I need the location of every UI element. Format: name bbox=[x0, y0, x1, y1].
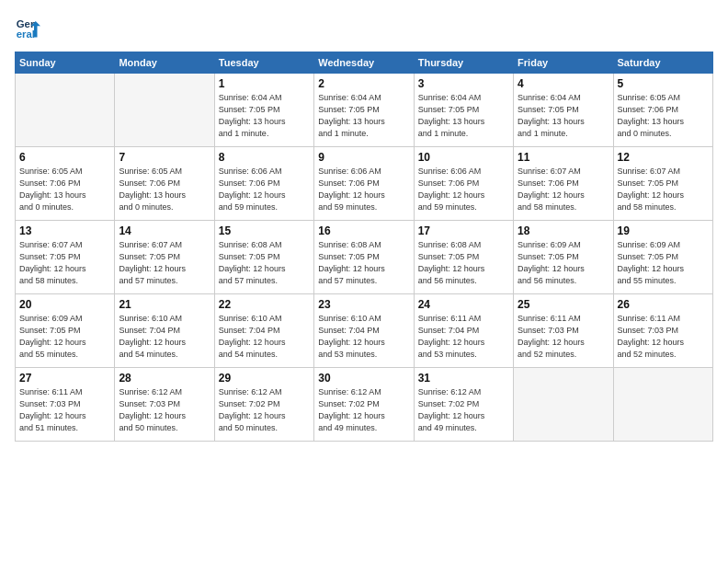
day-number: 4 bbox=[518, 77, 609, 90]
day-info: Sunrise: 6:07 AM Sunset: 7:06 PM Dayligh… bbox=[518, 166, 609, 213]
calendar-cell: 29Sunrise: 6:12 AM Sunset: 7:02 PM Dayli… bbox=[214, 368, 313, 442]
calendar-cell: 7Sunrise: 6:05 AM Sunset: 7:06 PM Daylig… bbox=[115, 147, 214, 221]
day-number: 30 bbox=[318, 372, 409, 385]
day-number: 20 bbox=[19, 298, 110, 311]
day-number: 28 bbox=[119, 372, 210, 385]
calendar-cell: 10Sunrise: 6:06 AM Sunset: 7:06 PM Dayli… bbox=[414, 147, 513, 221]
day-info: Sunrise: 6:05 AM Sunset: 7:06 PM Dayligh… bbox=[618, 92, 709, 140]
calendar-table: SundayMondayTuesdayWednesdayThursdayFrid… bbox=[15, 52, 713, 442]
day-info: Sunrise: 6:11 AM Sunset: 7:03 PM Dayligh… bbox=[19, 386, 110, 434]
column-header-saturday: Saturday bbox=[613, 52, 712, 74]
page-header: Gen eral bbox=[15, 15, 713, 40]
day-info: Sunrise: 6:04 AM Sunset: 7:05 PM Dayligh… bbox=[318, 92, 409, 140]
day-info: Sunrise: 6:05 AM Sunset: 7:06 PM Dayligh… bbox=[19, 166, 110, 213]
day-info: Sunrise: 6:12 AM Sunset: 7:02 PM Dayligh… bbox=[418, 386, 509, 434]
day-info: Sunrise: 6:10 AM Sunset: 7:04 PM Dayligh… bbox=[119, 313, 210, 361]
day-number: 9 bbox=[318, 151, 409, 164]
day-info: Sunrise: 6:09 AM Sunset: 7:05 PM Dayligh… bbox=[618, 239, 709, 287]
day-number: 14 bbox=[119, 224, 210, 237]
day-info: Sunrise: 6:07 AM Sunset: 7:05 PM Dayligh… bbox=[119, 239, 210, 287]
calendar-cell: 19Sunrise: 6:09 AM Sunset: 7:05 PM Dayli… bbox=[613, 221, 712, 294]
day-info: Sunrise: 6:12 AM Sunset: 7:03 PM Dayligh… bbox=[119, 386, 210, 434]
calendar-cell: 6Sunrise: 6:05 AM Sunset: 7:06 PM Daylig… bbox=[16, 147, 115, 221]
calendar-cell bbox=[16, 74, 115, 147]
day-number: 7 bbox=[119, 151, 210, 164]
header-row: SundayMondayTuesdayWednesdayThursdayFrid… bbox=[16, 52, 713, 74]
column-header-thursday: Thursday bbox=[414, 52, 513, 74]
day-number: 19 bbox=[618, 224, 709, 237]
calendar-week-1: 1Sunrise: 6:04 AM Sunset: 7:05 PM Daylig… bbox=[16, 74, 713, 147]
logo-icon: Gen eral bbox=[15, 15, 40, 40]
calendar-cell: 5Sunrise: 6:05 AM Sunset: 7:06 PM Daylig… bbox=[613, 74, 712, 147]
calendar-cell: 20Sunrise: 6:09 AM Sunset: 7:05 PM Dayli… bbox=[16, 294, 115, 368]
calendar-cell: 15Sunrise: 6:08 AM Sunset: 7:05 PM Dayli… bbox=[214, 221, 313, 294]
day-number: 6 bbox=[19, 151, 110, 164]
day-number: 23 bbox=[318, 298, 409, 311]
calendar-cell bbox=[514, 368, 613, 442]
day-info: Sunrise: 6:08 AM Sunset: 7:05 PM Dayligh… bbox=[318, 239, 409, 287]
calendar-cell: 12Sunrise: 6:07 AM Sunset: 7:05 PM Dayli… bbox=[613, 147, 712, 221]
calendar-cell: 26Sunrise: 6:11 AM Sunset: 7:03 PM Dayli… bbox=[613, 294, 712, 368]
calendar-cell: 4Sunrise: 6:04 AM Sunset: 7:05 PM Daylig… bbox=[514, 74, 613, 147]
day-info: Sunrise: 6:07 AM Sunset: 7:05 PM Dayligh… bbox=[618, 166, 709, 213]
day-info: Sunrise: 6:04 AM Sunset: 7:05 PM Dayligh… bbox=[518, 92, 609, 140]
calendar-cell bbox=[613, 368, 712, 442]
calendar-cell: 28Sunrise: 6:12 AM Sunset: 7:03 PM Dayli… bbox=[115, 368, 214, 442]
day-info: Sunrise: 6:11 AM Sunset: 7:03 PM Dayligh… bbox=[618, 313, 709, 361]
day-info: Sunrise: 6:10 AM Sunset: 7:04 PM Dayligh… bbox=[318, 313, 409, 361]
day-info: Sunrise: 6:06 AM Sunset: 7:06 PM Dayligh… bbox=[318, 166, 409, 213]
calendar-cell: 8Sunrise: 6:06 AM Sunset: 7:06 PM Daylig… bbox=[214, 147, 313, 221]
day-info: Sunrise: 6:12 AM Sunset: 7:02 PM Dayligh… bbox=[219, 386, 310, 434]
calendar-cell: 13Sunrise: 6:07 AM Sunset: 7:05 PM Dayli… bbox=[16, 221, 115, 294]
day-info: Sunrise: 6:04 AM Sunset: 7:05 PM Dayligh… bbox=[418, 92, 509, 140]
day-number: 16 bbox=[318, 224, 409, 237]
day-number: 15 bbox=[219, 224, 310, 237]
day-info: Sunrise: 6:11 AM Sunset: 7:04 PM Dayligh… bbox=[418, 313, 509, 361]
day-number: 18 bbox=[518, 224, 609, 237]
day-number: 22 bbox=[219, 298, 310, 311]
calendar-week-3: 13Sunrise: 6:07 AM Sunset: 7:05 PM Dayli… bbox=[16, 221, 713, 294]
day-number: 25 bbox=[518, 298, 609, 311]
day-info: Sunrise: 6:09 AM Sunset: 7:05 PM Dayligh… bbox=[518, 239, 609, 287]
calendar-cell: 23Sunrise: 6:10 AM Sunset: 7:04 PM Dayli… bbox=[314, 294, 414, 368]
column-header-monday: Monday bbox=[115, 52, 214, 74]
day-info: Sunrise: 6:06 AM Sunset: 7:06 PM Dayligh… bbox=[219, 166, 310, 213]
calendar-cell: 25Sunrise: 6:11 AM Sunset: 7:03 PM Dayli… bbox=[514, 294, 613, 368]
day-info: Sunrise: 6:09 AM Sunset: 7:05 PM Dayligh… bbox=[19, 313, 110, 361]
day-number: 1 bbox=[219, 77, 310, 90]
svg-text:eral: eral bbox=[17, 29, 35, 40]
day-number: 31 bbox=[418, 372, 509, 385]
calendar-cell: 1Sunrise: 6:04 AM Sunset: 7:05 PM Daylig… bbox=[214, 74, 313, 147]
calendar-cell: 24Sunrise: 6:11 AM Sunset: 7:04 PM Dayli… bbox=[414, 294, 513, 368]
day-number: 10 bbox=[418, 151, 509, 164]
calendar-cell: 3Sunrise: 6:04 AM Sunset: 7:05 PM Daylig… bbox=[414, 74, 513, 147]
calendar-cell: 18Sunrise: 6:09 AM Sunset: 7:05 PM Dayli… bbox=[514, 221, 613, 294]
calendar-week-2: 6Sunrise: 6:05 AM Sunset: 7:06 PM Daylig… bbox=[16, 147, 713, 221]
day-number: 17 bbox=[418, 224, 509, 237]
column-header-friday: Friday bbox=[514, 52, 613, 74]
day-info: Sunrise: 6:04 AM Sunset: 7:05 PM Dayligh… bbox=[219, 92, 310, 140]
calendar-week-5: 27Sunrise: 6:11 AM Sunset: 7:03 PM Dayli… bbox=[16, 368, 713, 442]
day-info: Sunrise: 6:05 AM Sunset: 7:06 PM Dayligh… bbox=[119, 166, 210, 213]
day-info: Sunrise: 6:11 AM Sunset: 7:03 PM Dayligh… bbox=[518, 313, 609, 361]
day-info: Sunrise: 6:07 AM Sunset: 7:05 PM Dayligh… bbox=[19, 239, 110, 287]
day-number: 5 bbox=[618, 77, 709, 90]
day-info: Sunrise: 6:08 AM Sunset: 7:05 PM Dayligh… bbox=[418, 239, 509, 287]
calendar-cell: 11Sunrise: 6:07 AM Sunset: 7:06 PM Dayli… bbox=[514, 147, 613, 221]
day-number: 8 bbox=[219, 151, 310, 164]
day-info: Sunrise: 6:08 AM Sunset: 7:05 PM Dayligh… bbox=[219, 239, 310, 287]
day-info: Sunrise: 6:06 AM Sunset: 7:06 PM Dayligh… bbox=[418, 166, 509, 213]
calendar-cell: 31Sunrise: 6:12 AM Sunset: 7:02 PM Dayli… bbox=[414, 368, 513, 442]
calendar-cell: 21Sunrise: 6:10 AM Sunset: 7:04 PM Dayli… bbox=[115, 294, 214, 368]
column-header-wednesday: Wednesday bbox=[314, 52, 414, 74]
calendar-cell: 27Sunrise: 6:11 AM Sunset: 7:03 PM Dayli… bbox=[16, 368, 115, 442]
day-number: 13 bbox=[19, 224, 110, 237]
calendar-cell: 9Sunrise: 6:06 AM Sunset: 7:06 PM Daylig… bbox=[314, 147, 414, 221]
day-number: 12 bbox=[618, 151, 709, 164]
calendar-cell: 30Sunrise: 6:12 AM Sunset: 7:02 PM Dayli… bbox=[314, 368, 414, 442]
logo: Gen eral bbox=[15, 15, 44, 40]
calendar-cell: 2Sunrise: 6:04 AM Sunset: 7:05 PM Daylig… bbox=[314, 74, 414, 147]
day-number: 3 bbox=[418, 77, 509, 90]
calendar-cell: 14Sunrise: 6:07 AM Sunset: 7:05 PM Dayli… bbox=[115, 221, 214, 294]
day-number: 26 bbox=[618, 298, 709, 311]
